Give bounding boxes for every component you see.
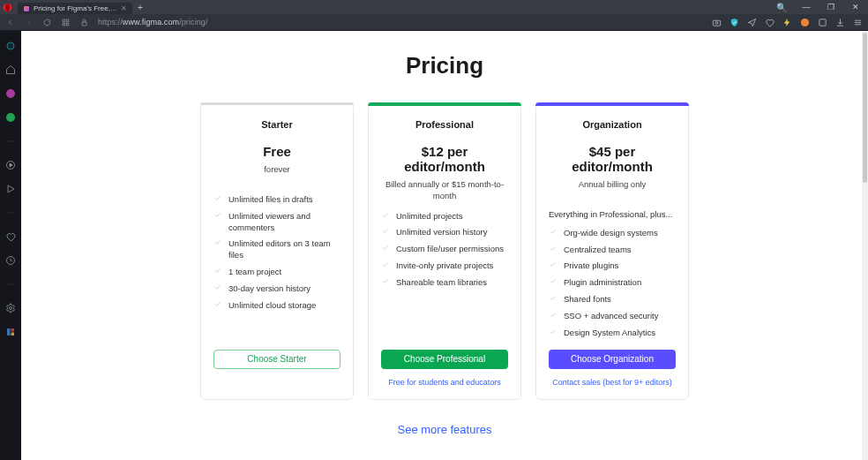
forward-button[interactable]: [24, 19, 34, 26]
tab-bar: Pricing for Figma's Free, Pr ✕ + 🔍 — ❐ ✕: [0, 0, 868, 14]
plan-subline: Annual billing only: [549, 179, 676, 200]
check-icon: [213, 194, 222, 206]
home-icon[interactable]: [5, 64, 17, 75]
check-icon: [213, 211, 222, 234]
plan-name: Professional: [381, 119, 508, 130]
feature-text: Shareable team libraries: [396, 277, 487, 289]
feature-text: Invite-only private projects: [396, 260, 493, 272]
bolt-icon[interactable]: [782, 17, 792, 27]
player-icon[interactable]: [5, 159, 17, 170]
whatsapp-icon[interactable]: [5, 111, 17, 123]
new-tab-button[interactable]: +: [132, 0, 148, 14]
check-icon: [213, 238, 222, 261]
sidebar-divider-2: [5, 207, 17, 218]
sidebar-divider-3: [5, 278, 17, 290]
svg-rect-26: [11, 328, 15, 332]
maximize-button[interactable]: ❐: [819, 0, 843, 14]
send-icon[interactable]: [746, 17, 757, 27]
feature-text: Centralized teams: [564, 245, 632, 256]
feature-text: Unlimited viewers and commenters: [228, 211, 340, 234]
choose-professional-button[interactable]: Choose Professional: [381, 350, 508, 369]
extensions-icon[interactable]: [817, 17, 827, 27]
choose-organization-button[interactable]: Choose Organization: [549, 350, 676, 369]
browser-tab[interactable]: Pricing for Figma's Free, Pr ✕: [18, 3, 132, 14]
downloads-icon[interactable]: [834, 17, 845, 27]
features-intro: Everything in Professional, plus...: [549, 209, 676, 221]
url-display[interactable]: https://www.figma.com/pricing/: [98, 18, 208, 26]
svg-point-1: [4, 4, 9, 11]
check-icon: [549, 311, 557, 322]
flow-icon[interactable]: [5, 183, 17, 194]
feature-text: Private plugins: [564, 260, 618, 272]
plan-price: $45 per editor/month: [549, 144, 676, 174]
url-scheme: https://: [98, 18, 123, 26]
feature-list: Everything in Professional, plus... Org-…: [549, 209, 676, 339]
opera-logo-icon[interactable]: [0, 0, 14, 14]
snapshot-icon[interactable]: [711, 17, 722, 27]
feature-text: Unlimited files in drafts: [228, 194, 313, 206]
check-icon: [381, 211, 390, 222]
svg-rect-14: [7, 42, 14, 49]
svg-point-15: [6, 89, 15, 98]
pinboard-icon[interactable]: [5, 326, 17, 337]
favorites-icon[interactable]: [5, 230, 17, 242]
check-icon: [213, 267, 222, 278]
messenger-icon[interactable]: [5, 87, 17, 99]
tab-close-icon[interactable]: ✕: [121, 5, 127, 12]
plan-subline: forever: [213, 164, 340, 185]
check-icon: [549, 260, 557, 272]
svg-rect-25: [7, 328, 11, 336]
feature-text: Design System Analytics: [564, 328, 655, 339]
feature-text: Unlimited version history: [396, 227, 487, 238]
minimize-button[interactable]: —: [794, 0, 819, 14]
plan-subline: Billed annually or $15 month-to-month: [381, 179, 508, 202]
feature-text: Shared fonts: [564, 294, 611, 305]
url-path: /pricing/: [179, 18, 207, 26]
check-icon: [381, 227, 390, 238]
search-tabs-icon[interactable]: 🔍: [769, 0, 794, 14]
back-button[interactable]: [5, 19, 15, 26]
page-title: Pricing: [406, 52, 483, 79]
svg-point-24: [10, 306, 12, 309]
check-icon: [549, 328, 557, 339]
pricing-page: Pricing Starter Free forever Unlimited f…: [21, 31, 868, 447]
svg-point-8: [715, 21, 718, 24]
workspaces-icon[interactable]: [5, 40, 17, 51]
close-window-button[interactable]: ✕: [843, 0, 868, 14]
sidebar-divider: [5, 135, 17, 147]
pricing-plans: Starter Free forever Unlimited files in …: [200, 102, 689, 400]
plan-name: Organization: [549, 119, 676, 130]
contact-sales-link[interactable]: Contact sales (best for 9+ editors): [549, 378, 676, 387]
svg-rect-10: [819, 19, 825, 25]
check-icon: [381, 244, 390, 255]
feature-text: 30-day version history: [228, 283, 311, 295]
svg-rect-4: [63, 23, 65, 26]
svg-point-9: [800, 18, 808, 26]
settings-icon[interactable]: [5, 302, 17, 313]
feature-text: Unlimited projects: [396, 211, 463, 222]
feature-text: Unlimited editors on 3 team files: [228, 238, 340, 261]
easy-setup-icon[interactable]: [852, 17, 863, 27]
speed-dial-icon[interactable]: [61, 19, 71, 26]
scroll-thumb[interactable]: [863, 33, 867, 183]
see-more-features-link[interactable]: See more features: [398, 423, 492, 436]
students-link[interactable]: Free for students and educators: [381, 378, 508, 387]
url-host: www.figma.com: [123, 18, 179, 26]
scrollbar[interactable]: [862, 31, 868, 460]
check-icon: [549, 277, 557, 289]
plan-accent: [200, 102, 354, 105]
lock-icon[interactable]: [79, 19, 89, 26]
plan-organization: Organization $45 per editor/month Annual…: [535, 102, 689, 400]
reload-button[interactable]: [42, 19, 52, 26]
check-icon: [213, 300, 222, 312]
heart-icon[interactable]: [764, 17, 774, 27]
check-icon: [549, 294, 557, 305]
choose-starter-button[interactable]: Choose Starter: [213, 350, 340, 369]
svg-rect-2: [63, 19, 65, 22]
plan-accent: [368, 102, 521, 106]
check-icon: [381, 260, 390, 272]
shield-icon[interactable]: [729, 17, 739, 27]
tab-title: Pricing for Figma's Free, Pr: [34, 4, 117, 12]
profile-icon[interactable]: [799, 17, 810, 27]
history-icon[interactable]: [5, 254, 17, 266]
